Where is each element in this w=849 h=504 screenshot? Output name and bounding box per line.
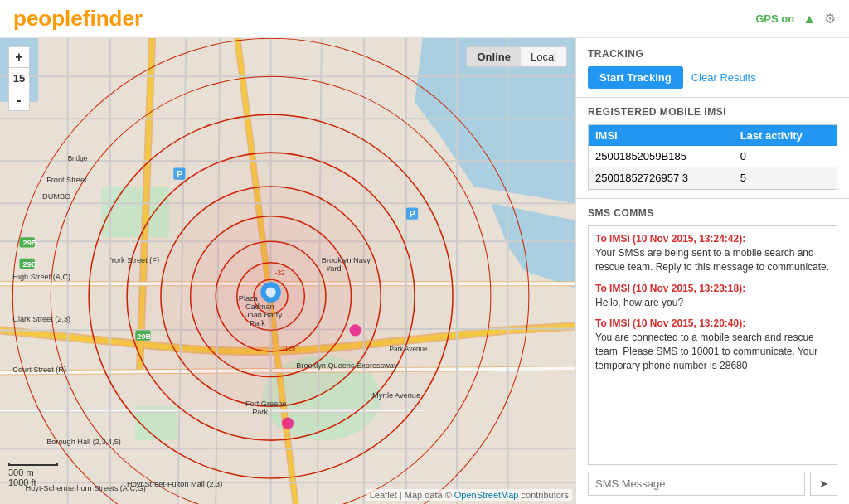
local-toggle-button[interactable]: Local — [521, 47, 566, 66]
sms-message-entry: To IMSI (10 Nov 2015, 13:24:42):Your SMS… — [595, 233, 830, 274]
sms-message-entry: To IMSI (10 Nov 2015, 13:23:18):Hello, h… — [595, 283, 830, 310]
sms-send-button[interactable]: ➤ — [810, 472, 837, 496]
scale-text-m: 300 m — [8, 468, 34, 477]
sms-text: Your SMSs are being sent to a mobile sea… — [595, 246, 830, 274]
map-attribution: Leaflet | Map data © OpenStreetMap contr… — [366, 489, 572, 501]
svg-text:Cadman: Cadman — [245, 303, 274, 311]
svg-text:High Street (A,C): High Street (A,C) — [12, 273, 70, 281]
svg-text:-32: -32 — [275, 269, 285, 277]
activity-col-header: Last activity — [734, 125, 837, 146]
scale-text-ft: 1000 ft — [8, 477, 36, 487]
map-scale: 300 m 1000 ft — [8, 463, 58, 487]
svg-text:Joan Barry: Joan Barry — [245, 311, 283, 319]
sms-input-row: ➤ — [588, 472, 837, 496]
tracking-buttons: Start Tracking Clear Results — [588, 66, 837, 89]
sms-message-input[interactable] — [588, 472, 805, 496]
map-svg: High Street (A,C) Clark Street (2,3) Cou… — [0, 38, 575, 504]
imsi-table: IMSI Last activity 25001852059B185025001… — [589, 125, 837, 189]
svg-point-45 — [350, 324, 361, 336]
svg-text:Park Avenue: Park Avenue — [389, 346, 428, 353]
imsi-value: 25001852726957 3 — [589, 167, 734, 189]
svg-text:Park: Park — [252, 409, 268, 417]
svg-text:York Street (F): York Street (F) — [110, 256, 159, 264]
sms-text: Hello, how are you? — [595, 296, 830, 310]
imsi-value: 25001852059B185 — [589, 146, 734, 167]
imsi-table-body: 25001852059B185025001852726957 35 — [589, 146, 837, 189]
svg-text:Park: Park — [250, 319, 265, 327]
svg-text:128: 128 — [284, 345, 296, 352]
svg-text:Front Street: Front Street — [46, 176, 87, 184]
online-toggle-button[interactable]: Online — [467, 47, 520, 66]
main-layout: High Street (A,C) Clark Street (2,3) Cou… — [0, 38, 849, 504]
sms-section-label: SMS COMMS — [588, 207, 837, 219]
zoom-in-button[interactable]: + — [8, 46, 30, 68]
right-panel: TRACKING Start Tracking Clear Results RE… — [575, 38, 849, 504]
svg-text:Yard: Yard — [326, 264, 342, 273]
logo-text: people — [13, 6, 83, 31]
svg-text:Borough Hall (2,3,4,5): Borough Hall (2,3,4,5) — [46, 438, 121, 446]
svg-text:Clark Street (2,3): Clark Street (2,3) — [12, 315, 70, 323]
map-mode-toggle: Online Local — [466, 46, 567, 67]
tracking-section-label: TRACKING — [588, 48, 837, 60]
header-right: GPS on ▲ ⚙ — [755, 11, 836, 27]
activity-value: 5 — [734, 167, 837, 189]
imsi-section-label: REGISTERED MOBILE IMSI — [588, 106, 837, 118]
attribution-text: Leaflet | Map data © OpenStreetMap contr… — [370, 490, 569, 500]
svg-text:Court Street (R): Court Street (R) — [12, 366, 66, 374]
svg-text:Brooklyn Queens Expressway: Brooklyn Queens Expressway — [296, 361, 398, 370]
svg-text:Fort Greene: Fort Greene — [245, 400, 286, 408]
svg-text:Brooklyn Navy: Brooklyn Navy — [322, 256, 371, 264]
sms-sender: To IMSI (10 Nov 2015, 13:20:40): — [595, 317, 830, 329]
map-canvas: High Street (A,C) Clark Street (2,3) Cou… — [0, 38, 575, 504]
sms-message-entry: To IMSI (10 Nov 2015, 13:20:40):You are … — [595, 317, 830, 372]
imsi-table-wrapper[interactable]: IMSI Last activity 25001852059B185025001… — [588, 124, 837, 190]
gear-icon[interactable]: ⚙ — [824, 11, 836, 27]
svg-text:Myrtle Avenue: Myrtle Avenue — [372, 391, 420, 400]
clear-results-button[interactable]: Clear Results — [691, 71, 756, 84]
sms-section: SMS COMMS To IMSI (10 Nov 2015, 13:24:42… — [576, 199, 849, 504]
sms-sender: To IMSI (10 Nov 2015, 13:23:18): — [595, 283, 830, 294]
svg-text:DUMBO: DUMBO — [42, 192, 70, 201]
zoom-out-button[interactable]: - — [8, 90, 30, 111]
navigation-icon[interactable]: ▲ — [803, 12, 816, 27]
svg-text:29B: 29B — [137, 332, 151, 341]
svg-text:29B: 29B — [23, 260, 37, 269]
svg-point-44 — [265, 287, 275, 297]
header: peoplefinder GPS on ▲ ⚙ — [0, 0, 849, 38]
imsi-table-row[interactable]: 25001852059B1850 — [589, 146, 837, 167]
start-tracking-button[interactable]: Start Tracking — [588, 66, 683, 89]
openstreetmap-link[interactable]: OpenStreetMap — [454, 490, 519, 500]
logo: peoplefinder — [13, 6, 143, 32]
scale-line — [8, 463, 58, 466]
imsi-table-header: IMSI Last activity — [589, 125, 837, 146]
zoom-controls: + 15 - — [8, 46, 30, 111]
sms-messages-list: To IMSI (10 Nov 2015, 13:24:42):Your SMS… — [588, 225, 837, 465]
imsi-table-row[interactable]: 25001852726957 35 — [589, 167, 837, 189]
gps-status: GPS on — [755, 12, 794, 25]
logo-accent: finder — [83, 6, 143, 31]
imsi-col-header: IMSI — [589, 125, 734, 146]
svg-text:Bridge: Bridge — [68, 155, 88, 162]
zoom-level: 15 — [8, 68, 30, 90]
imsi-section: REGISTERED MOBILE IMSI IMSI Last activit… — [576, 98, 849, 199]
sms-sender: To IMSI (10 Nov 2015, 13:24:42): — [595, 233, 830, 245]
svg-text:29B: 29B — [23, 239, 37, 247]
sms-text: You are connected to a mobile search and… — [595, 331, 830, 372]
svg-text:P: P — [410, 210, 415, 219]
tracking-section: TRACKING Start Tracking Clear Results — [576, 38, 849, 98]
activity-value: 0 — [734, 146, 837, 167]
map-container[interactable]: High Street (A,C) Clark Street (2,3) Cou… — [0, 38, 575, 504]
svg-text:Hoyt Street-Fulton Mall (2,3): Hoyt Street-Fulton Mall (2,3) — [127, 480, 222, 488]
svg-point-46 — [282, 418, 294, 429]
svg-text:P: P — [177, 170, 182, 179]
svg-text:Plaza: Plaza — [239, 294, 259, 303]
